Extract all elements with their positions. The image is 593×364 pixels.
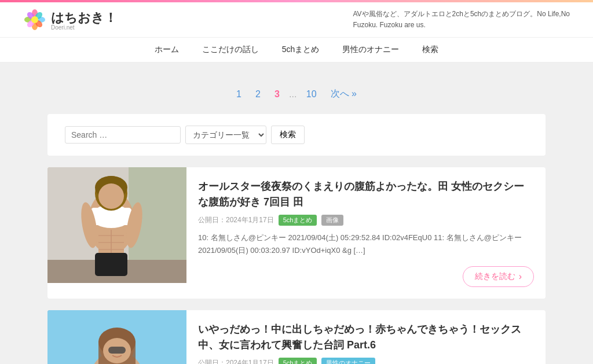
article-card: オールスター後夜祭のくまえりの腹筋よかったな。田 女性のセクシーな腹筋が好き 7… [47, 167, 546, 299]
tag-onani-2[interactable]: 男性のオナニー [321, 358, 375, 364]
article-excerpt-1: 10: 名無しさん@ピンキー 2021/09/04(土) 05:29:52.84… [198, 231, 534, 257]
pagination-current: 3 [270, 87, 284, 102]
svg-point-9 [31, 16, 38, 23]
article-thumbnail-1 [47, 167, 186, 283]
pagination-link-1[interactable]: 1 [232, 87, 246, 102]
category-select[interactable]: カテゴリー一覧 5chまとめ 男性のオナニー 画像 ニュース [185, 126, 266, 144]
svg-rect-39 [108, 347, 126, 354]
read-more-arrow-1: › [519, 271, 522, 282]
article-title-2: いやっだめっ！中に出しちゃだめっ！赤ちゃんできちゃう！セックス中、女に言われて興… [198, 322, 534, 353]
article-title-1: オールスター後夜祭のくまえりの腹筋よかったな。田 女性のセクシーな腹筋が好き 7… [198, 179, 534, 210]
logo[interactable]: はちおき！ Doeri.net [23, 8, 117, 31]
article-body-1: オールスター後夜祭のくまえりの腹筋よかったな。田 女性のセクシーな腹筋が好き 7… [186, 167, 546, 299]
article-body-2: いやっだめっ！中に出しちゃだめっ！赤ちゃんできちゃう！セックス中、女に言われて興… [186, 310, 546, 364]
pagination-link-10[interactable]: 10 [302, 87, 321, 102]
article-image-2 [47, 310, 186, 364]
search-input[interactable] [65, 126, 181, 144]
tag-img-1[interactable]: 画像 [321, 215, 343, 226]
read-more-1[interactable]: 続きを読む › [463, 266, 534, 287]
main-nav: ホーム ここだけの話し 5chまとめ 男性のオナニー 検索 [0, 38, 593, 62]
svg-rect-20 [95, 253, 127, 276]
search-button[interactable]: 検索 [271, 126, 305, 144]
article-card-2: いやっだめっ！中に出しちゃだめっ！赤ちゃんできちゃう！セックス中、女に言われて興… [47, 310, 546, 364]
svg-point-23 [98, 183, 124, 209]
tag-5ch-2[interactable]: 5chまとめ [279, 358, 317, 364]
nav-item-kokodake[interactable]: ここだけの話し [202, 45, 259, 55]
nav-item-search[interactable]: 検索 [422, 45, 438, 55]
pagination-link-2[interactable]: 2 [251, 87, 265, 102]
pagination-next[interactable]: 次へ » [326, 86, 361, 102]
logo-icon [23, 8, 46, 31]
article-date-1: 公開日：2024年1月17日 [198, 215, 274, 225]
page-content: 1 2 3 … 10 次へ » カテゴリー一覧 5chまとめ 男性のオナニー 画… [36, 62, 557, 364]
header-description: AVや風俗など、アダルトエロと2chと5chのまとめブログ。No Life,No… [353, 9, 570, 31]
search-form: カテゴリー一覧 5chまとめ 男性のオナニー 画像 ニュース 検索 [65, 126, 528, 144]
nav-item-5ch[interactable]: 5chまとめ [282, 45, 320, 55]
search-box: カテゴリー一覧 5chまとめ 男性のオナニー 画像 ニュース 検索 [47, 114, 546, 156]
read-more-label-1: 続きを読む [475, 271, 515, 282]
tag-5ch-1[interactable]: 5chまとめ [279, 215, 317, 226]
header: はちおき！ Doeri.net AVや風俗など、アダルトエロと2chと5chのま… [0, 2, 593, 38]
article-meta-1: 公開日：2024年1月17日 5chまとめ 画像 [198, 215, 534, 226]
article-thumbnail-2 [47, 310, 186, 364]
article-date-2: 公開日：2024年1月17日 [198, 358, 274, 364]
article-meta-2: 公開日：2024年1月17日 5chまとめ 男性のオナニー [198, 358, 534, 364]
pagination-dots: … [289, 90, 297, 99]
nav-item-home[interactable]: ホーム [155, 45, 179, 55]
article-image-1 [47, 167, 186, 283]
logo-name-block: はちおき！ Doeri.net [51, 9, 117, 31]
nav-item-onani[interactable]: 男性のオナニー [342, 45, 399, 55]
pagination: 1 2 3 … 10 次へ » [47, 86, 546, 102]
